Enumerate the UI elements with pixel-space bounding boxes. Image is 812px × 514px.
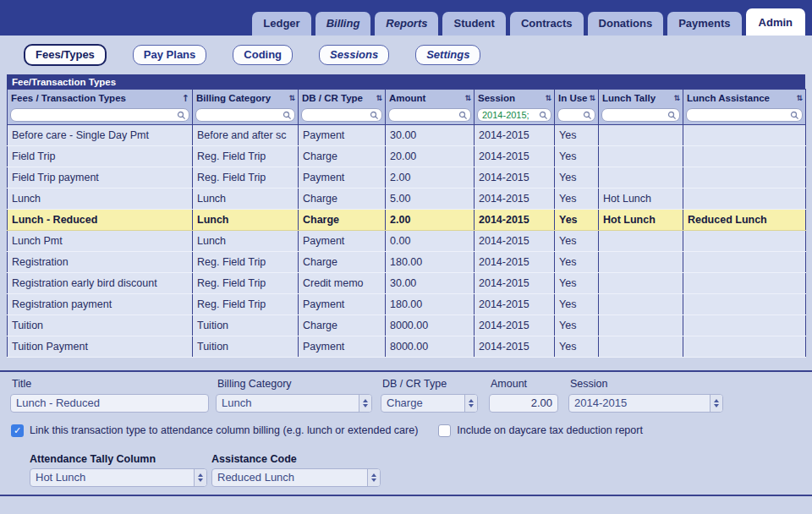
column-header-billing-category[interactable]: Billing Category⇅ <box>193 90 299 107</box>
table-cell: Reg. Field Trip <box>193 251 299 272</box>
filter-box <box>477 108 551 122</box>
table-row[interactable]: Registration paymentReg. Field TripPayme… <box>8 293 806 314</box>
tab-donations[interactable]: Donations <box>588 12 664 36</box>
select-stepper-icon <box>194 469 206 486</box>
table-cell: 2014-2015 <box>475 251 555 272</box>
amount-label: Amount <box>491 378 558 390</box>
filter-box <box>601 108 680 122</box>
column-header-db-cr-type[interactable]: DB / CR Type⇅ <box>299 90 386 107</box>
session-value: 2014-2015 <box>569 396 710 409</box>
table-row[interactable]: Lunch - ReducedLunchCharge2.002014-2015Y… <box>8 209 806 230</box>
tab-billing[interactable]: Billing <box>315 12 371 36</box>
table-cell: 2014-2015 <box>475 145 555 167</box>
attendance-tally-select[interactable]: Hot Lunch <box>30 468 207 487</box>
db-cr-type-value: Charge <box>381 396 464 409</box>
filter-input-fees-transaction-types[interactable] <box>15 110 177 120</box>
billing-category-select[interactable]: Lunch <box>216 394 372 413</box>
table-cell: 180.00 <box>386 293 475 314</box>
filter-input-session[interactable] <box>482 110 539 120</box>
filter-box <box>388 108 471 122</box>
sort-both-icon[interactable]: ⇅ <box>376 94 382 102</box>
tab-ledger[interactable]: Ledger <box>252 12 310 36</box>
table-cell: Before and after sc <box>193 124 299 145</box>
column-label: DB / CR Type <box>302 93 363 103</box>
table-cell: Lunch <box>193 209 299 230</box>
filter-input-db-cr-type[interactable] <box>306 110 370 120</box>
filter-input-billing-category[interactable] <box>200 110 283 120</box>
filter-input-in-use[interactable] <box>562 110 583 120</box>
amount-input[interactable] <box>489 394 558 413</box>
table-row[interactable]: Tuition PaymentTuitionPayment8000.002014… <box>8 336 806 357</box>
filter-cell <box>386 107 475 124</box>
tab-reports[interactable]: Reports <box>375 12 438 36</box>
filter-input-lunch-assistance[interactable] <box>691 110 790 120</box>
column-label: Billing Category <box>196 93 271 103</box>
subnav-fees-types[interactable]: Fees/Types <box>24 44 107 66</box>
table-cell: Charge <box>299 251 386 272</box>
db-cr-type-select[interactable]: Charge <box>381 394 478 413</box>
table-cell: Payment <box>299 230 386 251</box>
column-header-lunch-tally[interactable]: Lunch Tally⇅ <box>599 90 683 107</box>
sort-both-icon[interactable]: ⇅ <box>288 94 295 102</box>
table-cell: Hot Lunch <box>599 188 683 209</box>
table-row[interactable]: Field Trip paymentReg. Field TripPayment… <box>8 167 806 188</box>
table-cell <box>683 230 806 251</box>
filter-cell <box>475 107 555 124</box>
session-select[interactable]: 2014-2015 <box>568 394 723 413</box>
column-header-session[interactable]: Session⇅ <box>475 90 555 107</box>
sort-both-icon[interactable]: ⇅ <box>796 94 803 102</box>
tab-contracts[interactable]: Contracts <box>510 12 584 36</box>
title-input[interactable] <box>10 394 209 413</box>
table-row[interactable]: Registration early bird discountReg. Fie… <box>8 272 806 293</box>
subnav-sessions[interactable]: Sessions <box>319 45 389 65</box>
table-cell: 2014-2015 <box>475 167 555 188</box>
table-row[interactable]: Field TripReg. Field TripCharge20.002014… <box>8 145 806 167</box>
table-row[interactable]: RegistrationReg. Field TripCharge180.002… <box>8 251 806 272</box>
assistance-code-select[interactable]: Reduced Lunch <box>211 468 381 487</box>
tab-payments[interactable]: Payments <box>667 12 741 36</box>
search-icon <box>790 111 799 120</box>
table-cell: Registration early bird discount <box>8 272 193 293</box>
table-cell: Charge <box>299 145 386 167</box>
search-icon <box>177 111 186 120</box>
column-label: Amount <box>389 93 425 103</box>
sort-both-icon[interactable]: ⇅ <box>545 94 551 102</box>
table-cell <box>599 251 683 272</box>
table-cell: Reg. Field Trip <box>193 272 299 293</box>
search-icon <box>539 111 548 120</box>
table-cell: Payment <box>299 167 386 188</box>
table-cell <box>683 167 806 188</box>
sort-both-icon[interactable]: ⇅ <box>464 94 471 102</box>
filter-input-lunch-tally[interactable] <box>606 110 667 120</box>
table-row[interactable]: Lunch PmtLunchPayment0.002014-2015Yes <box>8 230 806 251</box>
daycare-report-checkbox[interactable] <box>438 424 451 437</box>
table-row[interactable]: TuitionTuitionCharge8000.002014-2015Yes <box>8 314 806 336</box>
subnav-coding[interactable]: Coding <box>233 45 293 65</box>
table-cell: 20.00 <box>386 145 475 167</box>
filter-box <box>301 108 382 122</box>
filter-box <box>10 108 189 122</box>
column-header-amount[interactable]: Amount⇅ <box>386 90 475 107</box>
table-row[interactable]: LunchLunchCharge5.002014-2015YesHot Lunc… <box>8 188 806 209</box>
select-stepper-icon <box>710 395 722 412</box>
table-cell: 180.00 <box>386 251 475 272</box>
search-icon <box>458 111 468 120</box>
link-attendance-checkbox[interactable]: ✓ <box>11 424 24 437</box>
table-cell: 30.00 <box>386 124 475 145</box>
column-header-fees-transaction-types[interactable]: Fees / Transaction Types↑ <box>8 90 193 107</box>
table-cell: Yes <box>555 293 599 314</box>
subnav-pay-plans[interactable]: Pay Plans <box>133 45 206 65</box>
column-header-lunch-assistance[interactable]: Lunch Assistance⇅ <box>683 90 806 107</box>
sort-both-icon[interactable]: ⇅ <box>590 94 596 102</box>
tab-admin[interactable]: Admin <box>746 8 805 36</box>
filter-input-amount[interactable] <box>393 110 458 120</box>
table-cell: Payment <box>299 124 386 145</box>
table-cell: 2014-2015 <box>475 336 555 357</box>
sort-both-icon[interactable]: ⇅ <box>673 94 680 102</box>
subnav-settings[interactable]: Settings <box>415 45 480 65</box>
table-row[interactable]: Before care - Single Day PmtBefore and a… <box>8 124 806 145</box>
tab-student[interactable]: Student <box>442 12 505 36</box>
column-header-in-use[interactable]: In Use⇅ <box>555 90 599 107</box>
table-cell: Reg. Field Trip <box>193 145 299 167</box>
sort-ascending-icon[interactable]: ↑ <box>182 93 189 104</box>
